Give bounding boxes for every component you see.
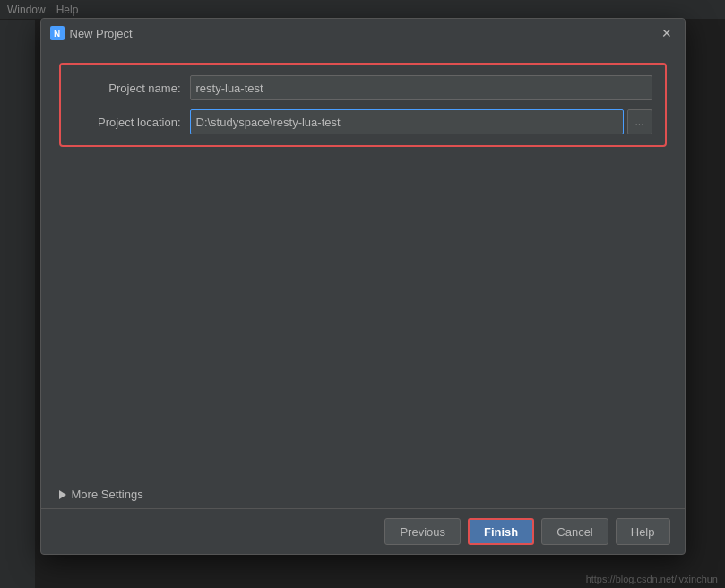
more-settings-label: More Settings xyxy=(72,488,143,501)
empty-area xyxy=(59,161,667,466)
finish-button[interactable]: Finish xyxy=(468,518,534,545)
new-project-dialog: N New Project ✕ Project name: Project lo… xyxy=(40,18,686,555)
more-settings-triangle-icon xyxy=(59,490,66,499)
form-outline: Project name: Project location: ... xyxy=(59,63,667,147)
project-location-row: Project location: ... xyxy=(73,109,652,134)
dialog-titlebar: N New Project ✕ xyxy=(41,19,685,48)
help-button[interactable]: Help xyxy=(616,518,670,545)
dialog-body: Project name: Project location: ... xyxy=(41,48,685,480)
project-name-row: Project name: xyxy=(73,75,652,100)
project-name-label: Project name: xyxy=(73,82,190,95)
cancel-button[interactable]: Cancel xyxy=(541,518,608,545)
project-location-field-group: ... xyxy=(190,109,652,134)
dialog-icon: N xyxy=(50,26,65,40)
previous-button[interactable]: Previous xyxy=(384,518,461,545)
browse-button[interactable]: ... xyxy=(627,109,652,134)
dialog-close-button[interactable]: ✕ xyxy=(658,24,676,42)
project-name-input[interactable] xyxy=(190,75,652,100)
project-location-label: Project location: xyxy=(73,116,190,129)
dialog-title: New Project xyxy=(70,27,133,40)
dialog-footer: Previous Finish Cancel Help xyxy=(41,508,685,554)
more-settings-row[interactable]: More Settings xyxy=(41,480,685,508)
project-location-input[interactable] xyxy=(190,109,624,134)
dialog-overlay: N New Project ✕ Project name: Project lo… xyxy=(0,0,725,588)
dialog-title-left: N New Project xyxy=(50,26,133,40)
